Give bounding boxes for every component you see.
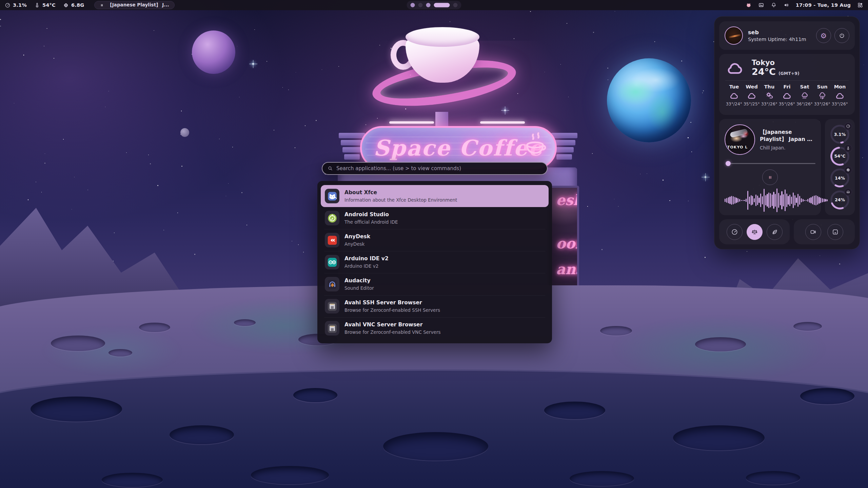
workspace-indicator <box>407 1 461 9</box>
cpu-gauge: 3.1% <box>829 124 850 145</box>
system-gauges: 3.1%54°C14%24% <box>825 119 855 215</box>
speedometer-icon <box>844 122 852 130</box>
power-profile-performance-button[interactable] <box>727 224 743 240</box>
workspace-dot-5[interactable] <box>453 3 458 7</box>
seek-handle[interactable] <box>726 161 731 166</box>
notifications-bell-icon[interactable] <box>771 2 777 8</box>
user-card: seb System Uptime: 4h11m ⚙ <box>719 21 855 50</box>
pause-icon <box>767 175 773 180</box>
forecast-temps: 33°/24° <box>726 102 742 106</box>
power-icon <box>839 32 845 39</box>
search-input[interactable] <box>336 165 542 171</box>
weather-temperature: 24°C <box>752 67 776 77</box>
forecast-day: Fri35°/26° <box>778 84 796 106</box>
leaf-icon <box>771 228 778 236</box>
app-row[interactable]: About XfceInformation about the Xfce Des… <box>321 185 549 207</box>
album-art-label: TOKYO L <box>727 145 748 149</box>
video-camera-icon <box>810 228 817 236</box>
settings-button[interactable]: ⚙ <box>816 28 831 43</box>
taskbar-stats: 3.1% 54°C 6.8G 【Japanese Playlist】 J... <box>5 1 175 9</box>
audacity-icon <box>325 277 339 291</box>
forecast-temps: 33°/26° <box>832 102 848 106</box>
disk-gauge: 24% <box>829 189 850 210</box>
forecast-day-label: Sat <box>800 84 809 89</box>
cloud-icon <box>782 91 792 100</box>
track-title: 【Japanese Playlist】 Japan All Night - To… <box>760 129 815 143</box>
forecast-day: Tue33°/24° <box>725 84 743 106</box>
forecast-day-label: Tue <box>729 84 739 89</box>
workspace-dot-1[interactable] <box>411 3 415 7</box>
app-description: Browse for Zeroconf-enabled VNC Servers <box>344 329 440 335</box>
taskbar-tray: 17:09 - Tue, 19 Aug <box>746 2 863 8</box>
forecast-temps: 36°/26° <box>796 102 813 106</box>
workspace-dot-4[interactable] <box>434 3 450 7</box>
user-name: seb <box>748 29 806 36</box>
seek-slider[interactable] <box>725 161 815 166</box>
memory-gauge: 14% <box>829 167 850 188</box>
taskbar: 3.1% 54°C 6.8G 【Japanese Playlist】 J... … <box>0 0 868 10</box>
forecast-row: Tue33°/24°Wed35°/25°Thu33°/26°Fri35°/26°… <box>725 84 849 106</box>
audio-waveform <box>725 188 815 212</box>
screenshot-icon <box>832 228 839 236</box>
xfce-icon <box>325 189 339 203</box>
network-icon <box>325 321 339 336</box>
volume-icon[interactable] <box>783 2 789 8</box>
now-playing-pill[interactable]: 【Japanese Playlist】 J... <box>94 1 174 9</box>
anydesk-icon <box>325 233 339 247</box>
forecast-temps: 35°/25° <box>744 102 760 106</box>
workspace-dot-3[interactable] <box>426 3 431 7</box>
forecast-day-label: Mon <box>834 84 846 89</box>
forecast-day-label: Thu <box>764 84 775 89</box>
app-name: Arduino IDE v2 <box>344 256 389 262</box>
weather-widget: Tokyo 24°C (GMT+9) Tue33°/24°Wed35°/25°T… <box>719 54 855 115</box>
app-row[interactable]: Arduino IDE v2Arduino IDE v2 <box>321 251 549 273</box>
clock[interactable]: 17:09 - Tue, 19 Aug <box>796 2 851 8</box>
capture-buttons <box>794 219 855 244</box>
app-description: AnyDesk <box>344 241 370 247</box>
forecast-day: Sat36°/26° <box>796 84 813 106</box>
speedometer-icon <box>5 2 11 8</box>
screenshot-button[interactable] <box>827 224 843 240</box>
app-row[interactable]: Avahi SSH Server BrowserBrowse for Zeroc… <box>321 295 549 317</box>
screen-record-button[interactable] <box>805 224 821 240</box>
gear-icon: ⚙ <box>821 32 827 39</box>
cloud-icon <box>725 60 746 76</box>
forecast-day-label: Sun <box>817 84 827 89</box>
weather-timezone: (GMT+9) <box>778 71 800 76</box>
forecast-day-label: Fri <box>783 84 790 89</box>
desktop: Space Coffee eshoonans <box>0 0 868 488</box>
avatar[interactable] <box>725 26 743 45</box>
app-name: AnyDesk <box>344 233 370 240</box>
sun-cloud-icon <box>764 91 774 100</box>
app-description: The official Android IDE <box>344 219 398 225</box>
forecast-day-label: Wed <box>746 84 758 89</box>
network-icon <box>325 299 339 313</box>
app-row[interactable]: Avahi VNC Server BrowserBrowse for Zeroc… <box>321 317 549 339</box>
wallpaper-tray-icon[interactable] <box>758 2 764 8</box>
cloud-icon <box>729 91 739 100</box>
app-description: Arduino IDE v2 <box>344 263 389 269</box>
app-grid-icon[interactable] <box>857 2 863 8</box>
temperature-gauge: 54°C <box>829 146 850 167</box>
power-profile-power-saver-button[interactable] <box>767 224 783 240</box>
arduino-icon <box>325 255 339 269</box>
play-pause-button[interactable] <box>762 169 778 185</box>
thermometer-icon <box>844 144 852 152</box>
forecast-day: Wed35°/25° <box>743 84 761 106</box>
power-button[interactable] <box>834 28 849 43</box>
app-name: Avahi VNC Server Browser <box>344 322 440 328</box>
app-row[interactable]: AudacitySound Editor <box>321 273 549 295</box>
cat-tray-icon[interactable] <box>746 2 752 8</box>
forecast-temps: 33°/26° <box>761 102 777 106</box>
weather-city: Tokyo <box>752 59 800 67</box>
forecast-day: Mon33°/26° <box>831 84 849 106</box>
cloud-icon <box>747 91 757 100</box>
app-row[interactable]: AnyDeskAnyDesk <box>321 229 549 251</box>
album-art: TOKYO L <box>725 124 755 155</box>
app-description: Sound Editor <box>344 285 374 291</box>
workspace-dot-2[interactable] <box>418 3 423 7</box>
power-profile-balanced-button[interactable] <box>747 224 763 240</box>
app-row[interactable]: Android StudioThe official Android IDE <box>321 207 549 229</box>
search-icon <box>328 166 333 171</box>
app-name: Avahi SSH Server Browser <box>344 300 440 306</box>
